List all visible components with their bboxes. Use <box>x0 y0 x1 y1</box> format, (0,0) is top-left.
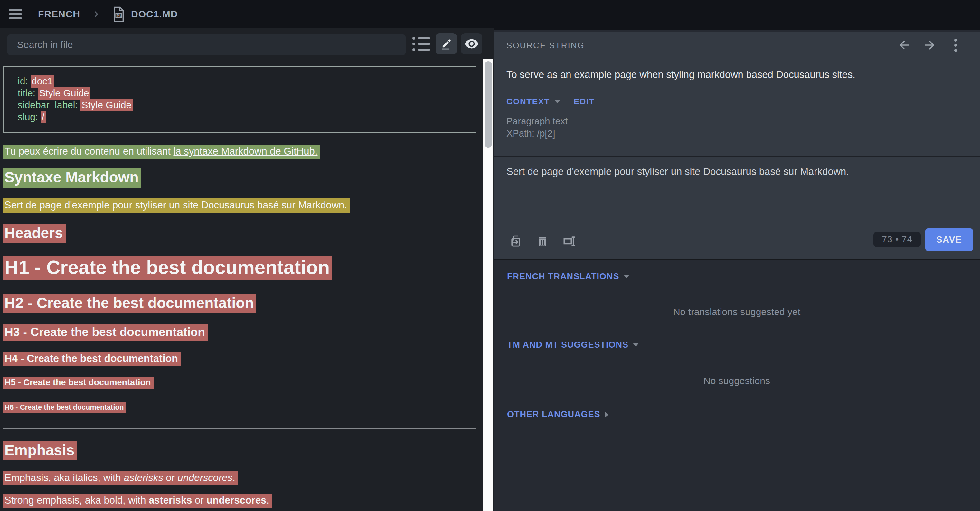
paragraph-strong: Strong emphasis, aka bold, with asterisk… <box>3 494 272 507</box>
character-counter: 73 • 74 <box>873 232 921 247</box>
chevron-right-icon <box>91 8 102 20</box>
insert-source-button[interactable] <box>509 234 523 248</box>
frontmatter-line: title: Style Guide <box>18 87 476 99</box>
heading-headers: Headers <box>3 224 66 242</box>
heading-h5-sample: H5 - Create the best documentation <box>3 377 154 388</box>
arrow-right-icon <box>923 38 937 52</box>
file-preview-panel: id: doc1 title: Style Guide sidebar_labe… <box>0 28 493 511</box>
translatable-string[interactable]: doc1 <box>30 75 54 88</box>
heading-emphasis: Emphasis <box>3 441 77 459</box>
translatable-string[interactable]: Syntaxe Markdown <box>3 168 142 187</box>
heading-h2-sample: H2 - Create the best documentation <box>3 294 256 312</box>
translatable-string[interactable]: Headers <box>3 224 66 243</box>
context-toggle[interactable]: CONTEXT <box>506 97 550 107</box>
chevron-right-icon <box>605 412 608 418</box>
markdown-file-icon: M↓ <box>112 6 125 22</box>
translatable-string[interactable]: Tu peux écrire du contenu en utilisant l… <box>3 145 320 159</box>
translatable-string[interactable]: H5 - Create the best documentation <box>3 377 154 389</box>
next-string-button[interactable] <box>923 38 937 52</box>
translatable-string[interactable]: H1 - Create the best documentation <box>3 256 332 280</box>
context-row: CONTEXT EDIT <box>506 97 595 107</box>
kebab-icon <box>954 39 957 52</box>
suggestions-empty-state: No suggestions <box>493 375 980 386</box>
source-string-card: SOURCE STRING To serve as an example pag… <box>493 32 980 156</box>
frontmatter-line: slug: / <box>18 111 476 123</box>
paragraph-selected: Sert de page d'exemple pour styliser un … <box>3 199 350 212</box>
chevron-down-icon <box>624 275 629 278</box>
frontmatter-line: id: doc1 <box>18 75 476 87</box>
heading-h3-sample: H3 - Create the best documentation <box>3 325 208 340</box>
translatable-string[interactable]: Style Guide <box>38 87 91 99</box>
heading-h6-sample: H6 - Create the best documentation <box>3 403 126 412</box>
menu-icon[interactable] <box>9 9 22 19</box>
more-options-button[interactable] <box>948 38 963 52</box>
translatable-string[interactable]: Style Guide <box>81 99 133 112</box>
breadcrumb-project[interactable]: FRENCH <box>38 9 80 20</box>
translatable-string[interactable]: H3 - Create the best documentation <box>3 324 208 340</box>
other-languages-section[interactable]: OTHER LANGUAGES <box>507 409 608 420</box>
text-field-icon <box>562 234 576 248</box>
translatable-string[interactable]: / <box>41 111 46 123</box>
divider <box>493 259 980 260</box>
insert-tag-button[interactable] <box>562 234 576 248</box>
left-panel-scrollbar[interactable] <box>483 59 493 511</box>
previous-string-button[interactable] <box>897 38 911 52</box>
copy-arrow-icon <box>509 234 523 248</box>
translation-panel: SOURCE STRING To serve as an example pag… <box>493 28 980 511</box>
link-text[interactable]: la syntaxe Markdown de GitHub. <box>173 145 317 157</box>
save-button[interactable]: SAVE <box>925 228 973 251</box>
editor-toolbar <box>509 234 576 248</box>
document-preview: id: doc1 title: Style Guide sidebar_labe… <box>0 28 483 511</box>
translatable-string[interactable]: Emphasis, aka italics, with asterisks or… <box>3 471 238 485</box>
arrow-left-icon <box>897 38 911 52</box>
context-type: Paragraph text <box>506 116 568 127</box>
frontmatter-block: id: doc1 title: Style Guide sidebar_labe… <box>3 66 476 133</box>
chevron-down-icon <box>554 100 560 104</box>
translatable-string[interactable]: H4 - Create the best documentation <box>3 351 181 366</box>
horizontal-rule <box>3 428 476 428</box>
top-bar: FRENCH M↓ DOC1.MD <box>0 0 980 28</box>
paragraph-intro: Tu peux écrire du contenu en utilisant l… <box>3 145 320 158</box>
source-text: To serve as an example page when styling… <box>506 69 855 81</box>
translations-empty-state: No translations suggested yet <box>493 307 980 317</box>
selected-string[interactable]: Sert de page d'exemple pour styliser un … <box>3 198 350 212</box>
heading-markdown-syntax: Syntaxe Markdown <box>3 168 142 186</box>
french-translations-section[interactable]: FRENCH TRANSLATIONS <box>507 271 629 282</box>
translatable-string[interactable]: Emphasis <box>3 441 77 460</box>
translatable-string[interactable]: H2 - Create the best documentation <box>3 294 256 313</box>
edit-context-button[interactable]: EDIT <box>574 97 595 107</box>
tm-mt-suggestions-section[interactable]: TM AND MT SUGGESTIONS <box>507 340 639 350</box>
source-string-label: SOURCE STRING <box>506 41 585 51</box>
clear-translation-button[interactable] <box>535 234 550 248</box>
breadcrumb-file[interactable]: DOC1.MD <box>131 9 178 20</box>
context-xpath: XPath: /p[2] <box>506 128 555 139</box>
translatable-string[interactable]: Strong emphasis, aka bold, with asterisk… <box>3 493 272 508</box>
trash-icon <box>536 235 549 248</box>
frontmatter-line: sidebar_label: Style Guide <box>18 99 476 111</box>
translatable-string[interactable]: H6 - Create the best documentation <box>3 402 126 413</box>
string-navigation <box>897 38 963 52</box>
translation-editor-card: Sert de page d'exemple pour styliser un … <box>493 157 980 259</box>
paragraph-emphasis: Emphasis, aka italics, with asterisks or… <box>3 471 238 484</box>
chevron-down-icon <box>633 343 639 347</box>
heading-h1-sample: H1 - Create the best documentation <box>3 256 332 279</box>
heading-h4-sample: H4 - Create the best documentation <box>3 352 181 365</box>
translation-input[interactable]: Sert de page d'exemple pour styliser un … <box>506 166 964 224</box>
scrollbar-thumb[interactable] <box>485 61 492 148</box>
svg-text:M↓: M↓ <box>116 13 122 18</box>
